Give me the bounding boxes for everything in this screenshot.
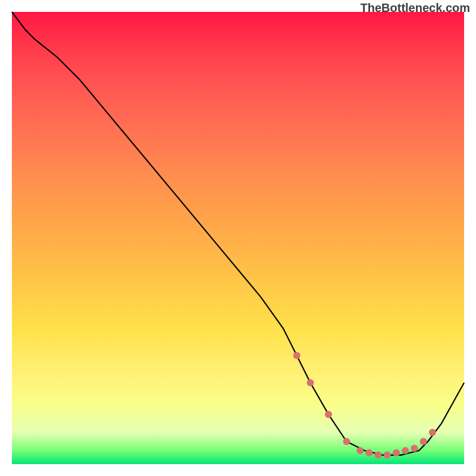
highlight-dots [293, 352, 436, 459]
highlight-dot [411, 444, 418, 452]
chart-container: TheBottleneck.com [0, 0, 476, 476]
highlight-dot [343, 438, 350, 445]
highlight-dot [393, 449, 400, 456]
highlight-dot [365, 449, 372, 456]
plot-area [12, 12, 464, 464]
highlight-dot [384, 452, 391, 459]
highlight-dot [293, 352, 300, 359]
highlight-dot [325, 411, 332, 418]
highlight-dot [375, 452, 382, 459]
highlight-dot [402, 447, 409, 454]
attribution-label: TheBottleneck.com [361, 1, 470, 15]
highlight-dot [307, 379, 314, 386]
highlight-dot [429, 429, 436, 436]
highlight-dot [356, 447, 364, 454]
bottleneck-curve [12, 12, 464, 455]
highlight-dot [420, 438, 427, 445]
chart-svg [12, 12, 464, 464]
